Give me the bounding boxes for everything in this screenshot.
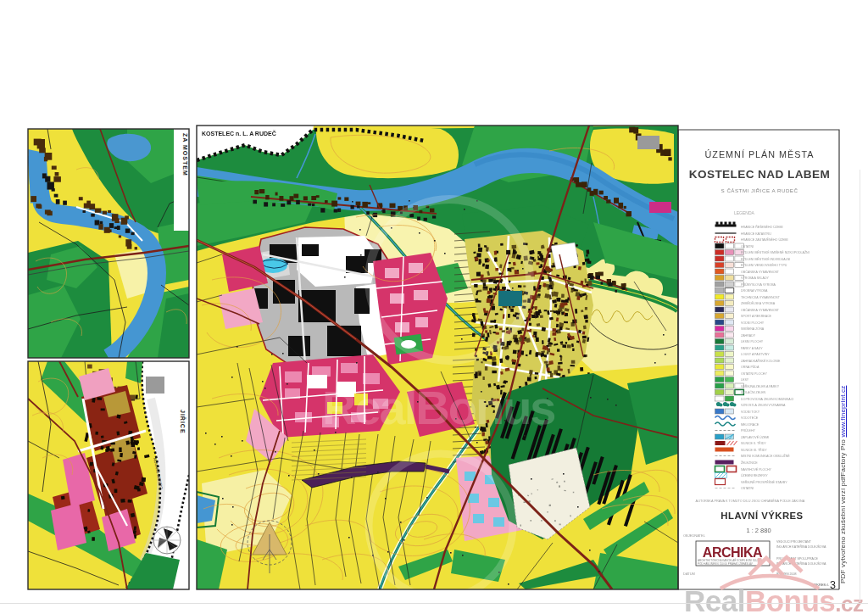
svg-text:ÚZEMNÍ REZERVY: ÚZEMNÍ REZERVY [741,473,768,477]
svg-text:ZEMĚDĚLSKÁ VÝROBA: ZEMĚDĚLSKÁ VÝROBA [741,301,776,305]
svg-text:HLAVNÍ VÝKRES: HLAVNÍ VÝKRES [721,511,803,521]
svg-text:HRANICE KATASTRU: HRANICE KATASTRU [741,232,771,236]
svg-text:IZOLAČNÍ ZELEŇ: IZOLAČNÍ ZELEŇ [741,390,766,394]
svg-text:ING ARCH KATEŘINA DOLEJŠOVÁ: ING ARCH KATEŘINA DOLEJŠOVÁ [776,544,826,549]
svg-text:VÝROBA A SKLADY: VÝROBA A SKLADY [741,276,770,280]
svg-text:VEŘEJNĚ PROSPĚŠNÉ STAVBY: VEŘEJNĚ PROSPĚŠNÉ STAVBY [741,480,787,484]
svg-text:MELIORACE: MELIORACE [741,423,760,427]
svg-text:1 : 2 880: 1 : 2 880 [746,527,771,534]
svg-text:HRANICE ŘEŠENÉHO ÚZEMÍ: HRANICE ŘEŠENÉHO ÚZEMÍ [741,225,783,229]
svg-text:LEGENDA: LEGENDA [734,210,755,215]
svg-text:OBČANSKÁ VYBAVENOST: OBČANSKÁ VYBAVENOST [741,270,780,274]
svg-text:JIŘICE: JIŘICE [180,410,186,434]
svg-text:ŽELEZNICE: ŽELEZNICE [741,460,758,465]
svg-text:SILNICE III. TŘÍDY: SILNICE III. TŘÍDY [741,448,767,452]
svg-text:BYDLENÍ VENKOVSKÉHO TYPU: BYDLENÍ VENKOVSKÉHO TYPU [741,263,787,267]
svg-text:PARKY A SADY: PARKY A SADY [741,347,763,350]
svg-text:S ČÁSTMI JIŘICE A RUDEČ: S ČÁSTMI JIŘICE A RUDEČ [721,187,798,193]
svg-text:VEŘEJNÁ ZELEŇ A PARKY: VEŘEJNÁ ZELEŇ A PARKY [741,384,780,388]
svg-text:VEDOUCÍ PROJEKTANT: VEDOUCÍ PROJEKTANT [776,540,812,544]
svg-text:KOSTELEC NAD LABEM: KOSTELEC NAD LABEM [689,168,831,181]
svg-text:OBJEDNATEL: OBJEDNATEL [683,533,706,538]
svg-text:DROBNÁ VÝROBA: DROBNÁ VÝROBA [741,289,768,293]
svg-text:MÍSTNÍ KOMUNIKACE OBSLUŽNÉ: MÍSTNÍ KOMUNIKACE OBSLUŽNÉ [741,454,790,458]
svg-text:DATUM: DATUM [683,572,695,576]
svg-text:ORNÁ PŮDA: ORNÁ PŮDA [741,365,760,369]
svg-text:OSTATNÍ: OSTATNÍ [741,487,754,490]
svg-text:AUTORSKÁ PRÁVA K TOMUTO DÍLU J: AUTORSKÁ PRÁVA K TOMUTO DÍLU JSOU CHRÁNĚ… [696,499,805,503]
svg-text:KOSTELEC n. L. A RUDEČ: KOSTELEC n. L. A RUDEČ [202,130,276,137]
svg-text:BYDLENÍ MĚSTSKÉ SMÍŠENÉ NÍZKOP: BYDLENÍ MĚSTSKÉ SMÍŠENÉ NÍZKOPODLAŽNÍ [741,250,810,254]
svg-text:VODNÍ PLOCHY: VODNÍ PLOCHY [741,321,765,325]
svg-text:ZÁPLAVOVÉ ÚZEMÍ: ZÁPLAVOVÉ ÚZEMÍ [741,435,769,439]
svg-text:NÁVRHOVÉ PLOCHY: NÁVRHOVÉ PLOCHY [741,467,772,472]
svg-text:TECHNICKÁ VYBAVENOST: TECHNICKÁ VYBAVENOST [741,296,781,299]
svg-text:ÚZEMNÍ PLÁN MĚSTA: ÚZEMNÍ PLÁN MĚSTA [705,149,815,159]
svg-text:HRANICE ZASTAVĚNÉHO ÚZEMÍ: HRANICE ZASTAVĚNÉHO ÚZEMÍ [741,237,788,242]
svg-text:SMÍŠENÁ ZÓNA: SMÍŠENÁ ZÓNA [741,327,765,331]
svg-text:SPORT A REKREACE: SPORT A REKREACE [741,315,772,318]
svg-text:VODNÍ TOKY: VODNÍ TOKY [741,410,760,414]
svg-text:VODOTEČE: VODOTEČE [741,416,759,420]
svg-text:ZA MOSTEM: ZA MOSTEM [182,133,188,176]
svg-text:PRŮLEHY: PRŮLEHY [741,428,756,433]
svg-text:OBČANSKÁ VYBAVENOST: OBČANSKÁ VYBAVENOST [741,308,780,312]
svg-text:OSTATNÍ: OSTATNÍ [741,245,754,248]
svg-text:VZROSTLÁ ZELEŇ VÝZNAMNÁ: VZROSTLÁ ZELEŇ VÝZNAMNÁ [741,404,786,407]
svg-text:BYDLENÍ MĚSTSKÉ INDIVIDUÁLNÍ: BYDLENÍ MĚSTSKÉ INDIVIDUÁLNÍ [741,257,790,261]
svg-text:LESNÍ PLOCHY: LESNÍ PLOCHY [741,340,764,343]
svg-text:ZAHRADY: ZAHRADY [741,334,756,338]
svg-text:SILNICE II. TŘÍDY: SILNICE II. TŘÍDY [741,441,766,445]
svg-text:DOPROVODNÁ ZELEŇ KOMUNIKACÍ: DOPROVODNÁ ZELEŇ KOMUNIKACÍ [741,398,793,401]
svg-text:LESY: LESY [741,378,749,382]
svg-text:RealBonus: RealBonus [322,381,555,434]
svg-text:LOUKY A PASTVINY: LOUKY A PASTVINY [741,353,770,356]
svg-text:PRŮMYSLOVÁ VÝROBA: PRŮMYSLOVÁ VÝROBA [741,282,776,287]
svg-text:ZAHRÁDKÁŘSKÉ KOLONIE: ZAHRÁDKÁŘSKÉ KOLONIE [741,359,781,363]
svg-text:OSTATNÍ PLOCHY: OSTATNÍ PLOCHY [741,372,767,376]
